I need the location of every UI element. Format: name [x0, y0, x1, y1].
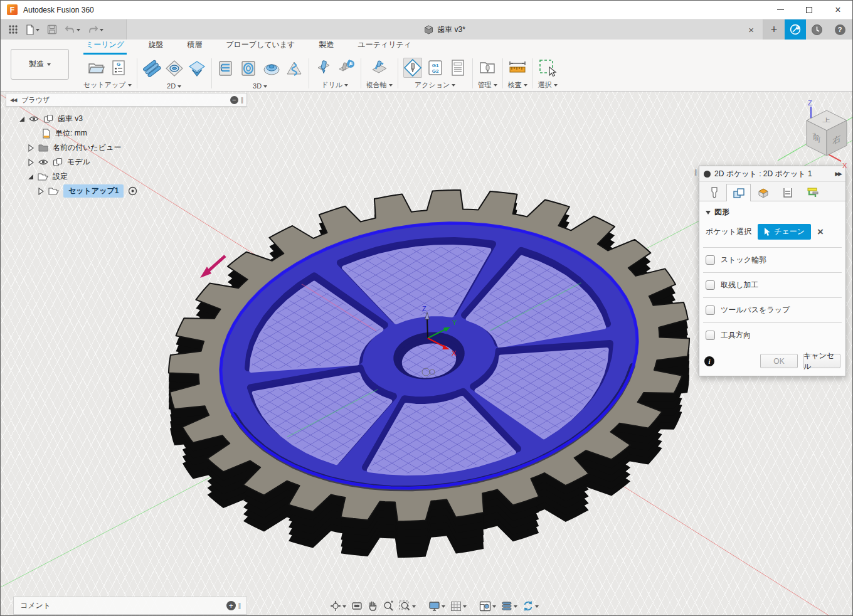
- collapse-browser-icon[interactable]: ◀◀: [10, 97, 16, 103]
- spiral-button[interactable]: [285, 58, 304, 78]
- undo-caret[interactable]: [77, 29, 80, 33]
- setup-sheet-button[interactable]: [448, 58, 467, 78]
- tab-geometry[interactable]: [726, 184, 751, 201]
- wrap-toolpath-checkbox[interactable]: [706, 305, 715, 315]
- tab-fabrication[interactable]: 製造: [316, 38, 336, 55]
- group-actions-label[interactable]: アクション: [415, 80, 455, 90]
- stock-contours-checkbox[interactable]: [706, 255, 715, 265]
- gear-body[interactable]: [169, 190, 689, 558]
- browser-overflow-icon[interactable]: −: [230, 96, 238, 104]
- tab-turning[interactable]: 旋盤: [146, 38, 166, 55]
- tab-probing[interactable]: プローブしています: [223, 38, 297, 55]
- tab-passes[interactable]: [775, 183, 800, 201]
- maximize-button[interactable]: [795, 1, 824, 19]
- viewports-button[interactable]: [477, 600, 498, 613]
- tree-setup1-selected[interactable]: セットアップ1: [63, 184, 124, 198]
- group-setup-label[interactable]: セットアップ: [83, 80, 132, 90]
- refresh-button[interactable]: [521, 599, 541, 613]
- workspace-selector[interactable]: 製造: [11, 49, 69, 80]
- minimize-button[interactable]: [766, 1, 795, 19]
- tab-heights[interactable]: [751, 183, 775, 201]
- geometry-section-header[interactable]: 図形: [699, 201, 845, 222]
- expanded-icon[interactable]: [19, 117, 24, 122]
- comment-bar[interactable]: コメント + ||: [13, 597, 247, 615]
- group-drill-label[interactable]: ドリル: [321, 80, 348, 90]
- display-settings-button[interactable]: [426, 600, 447, 613]
- app-launcher-button[interactable]: [6, 23, 21, 36]
- document-close-button[interactable]: ×: [744, 19, 758, 40]
- visibility-eye-icon[interactable]: [38, 159, 48, 166]
- look-at-button[interactable]: [349, 600, 364, 612]
- adaptive-clearing-button[interactable]: [217, 58, 236, 78]
- 2d-pocket-button[interactable]: [165, 58, 184, 78]
- file-menu-button[interactable]: [23, 23, 42, 37]
- new-document-tab-button[interactable]: +: [763, 19, 785, 40]
- view-cube[interactable]: Z X 上 前 右: [776, 98, 853, 183]
- dialog-grip[interactable]: ||: [694, 169, 696, 176]
- group-inspect-label[interactable]: 検査: [508, 80, 527, 90]
- tab-linking[interactable]: [800, 183, 824, 201]
- tree-row-settings[interactable]: 設定: [6, 169, 247, 184]
- toolpath-steps-button[interactable]: [499, 600, 519, 612]
- new-setup-button[interactable]: [87, 58, 105, 78]
- face-mill-button[interactable]: [142, 58, 161, 78]
- extensions-button[interactable]: [806, 19, 827, 40]
- document-tab[interactable]: 歯車 v3* ×: [126, 19, 763, 40]
- collapsed-icon[interactable]: [28, 144, 34, 152]
- tree-row-document[interactable]: 歯車 v3: [6, 112, 247, 126]
- redo-caret[interactable]: [100, 29, 103, 33]
- 2d-contour-button[interactable]: [188, 58, 206, 78]
- collapsed-icon[interactable]: [28, 159, 34, 166]
- tool-library-button[interactable]: [478, 58, 497, 78]
- comment-grip[interactable]: ||: [238, 602, 240, 609]
- rest-machining-checkbox[interactable]: [706, 280, 715, 290]
- group-2d-label[interactable]: 2D: [167, 82, 181, 90]
- simulate-button[interactable]: [403, 58, 422, 78]
- tab-tool[interactable]: [702, 183, 726, 201]
- save-button[interactable]: [45, 23, 60, 36]
- group-multiaxis-label[interactable]: 複合軸: [366, 80, 393, 90]
- close-button[interactable]: ×: [824, 1, 852, 19]
- undo-button[interactable]: [62, 23, 83, 36]
- redo-button[interactable]: [85, 23, 106, 36]
- clear-selection-button[interactable]: ×: [817, 226, 824, 238]
- tab-additive[interactable]: 積層: [184, 38, 204, 55]
- cancel-button[interactable]: キャンセル: [803, 354, 840, 368]
- pan-button[interactable]: [366, 599, 379, 613]
- expanded-icon[interactable]: [28, 174, 33, 179]
- tab-milling[interactable]: ミーリング: [83, 38, 127, 55]
- info-icon[interactable]: i: [704, 356, 714, 366]
- ok-button[interactable]: OK: [760, 354, 798, 368]
- viewport-canvas[interactable]: ZYX ◀◀ ブラウザ − || 歯: [1, 92, 853, 616]
- chain-select-button[interactable]: チェーン: [758, 224, 811, 240]
- group-manage-label[interactable]: 管理: [478, 80, 497, 90]
- tree-row-model[interactable]: モデル: [6, 155, 247, 169]
- ncprogram-button[interactable]: G: [109, 58, 128, 78]
- tool-orientation-checkbox[interactable]: [706, 331, 715, 340]
- orbit-button[interactable]: [328, 599, 348, 613]
- measure-button[interactable]: [508, 58, 527, 78]
- grid-layout-button[interactable]: [448, 600, 469, 613]
- tree-row-named-views[interactable]: 名前の付いたビュー: [6, 141, 247, 155]
- group-3d-label[interactable]: 3D: [253, 82, 267, 90]
- browser-grip[interactable]: ||: [241, 97, 243, 104]
- visibility-eye-icon[interactable]: [29, 115, 39, 122]
- drill-button[interactable]: [314, 58, 333, 78]
- active-setup-icon[interactable]: [128, 186, 137, 196]
- multiaxis-contour-button[interactable]: [370, 58, 389, 78]
- tab-utilities[interactable]: ユーティリティ: [355, 38, 414, 55]
- window-select-button[interactable]: [538, 58, 557, 78]
- add-comment-icon[interactable]: +: [226, 601, 236, 610]
- job-status-button[interactable]: [785, 19, 806, 40]
- collapsed-icon[interactable]: [38, 188, 44, 195]
- viewcube-cube[interactable]: 上 前 右: [807, 110, 847, 156]
- tree-row-setup1[interactable]: セットアップ1: [6, 184, 247, 198]
- post-process-button[interactable]: G1 G2: [426, 58, 445, 78]
- zoom-button[interactable]: [381, 599, 396, 613]
- morph-button[interactable]: [262, 58, 281, 78]
- 3d-pocket-button[interactable]: [240, 58, 258, 78]
- tree-row-units[interactable]: 単位: mm: [6, 126, 247, 141]
- group-select-label[interactable]: 選択: [538, 80, 558, 90]
- help-button[interactable]: ?: [827, 19, 852, 40]
- zoom-window-button[interactable]: [397, 599, 418, 613]
